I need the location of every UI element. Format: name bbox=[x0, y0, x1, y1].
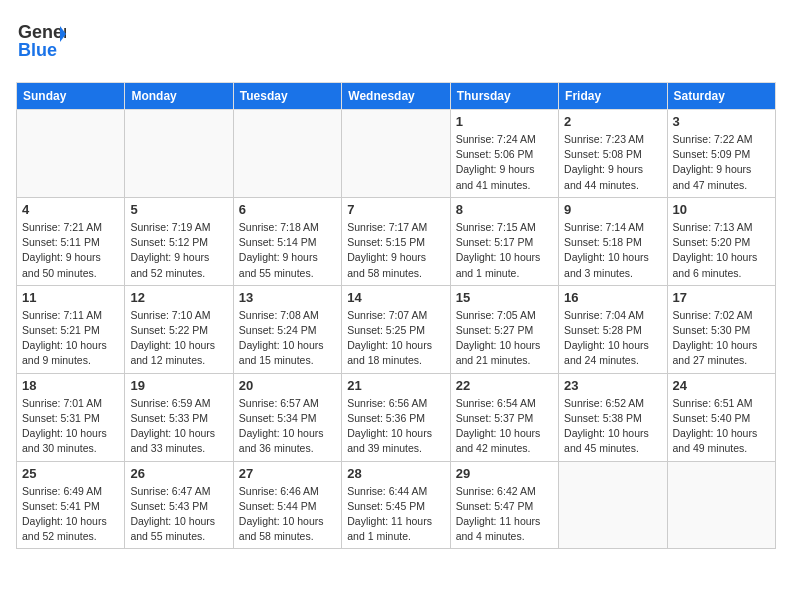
day-info: Sunrise: 7:23 AMSunset: 5:08 PMDaylight:… bbox=[564, 132, 661, 193]
calendar-cell: 6Sunrise: 7:18 AMSunset: 5:14 PMDaylight… bbox=[233, 197, 341, 285]
calendar-week-row: 1Sunrise: 7:24 AMSunset: 5:06 PMDaylight… bbox=[17, 110, 776, 198]
day-number: 26 bbox=[130, 466, 227, 481]
weekday-header-sunday: Sunday bbox=[17, 83, 125, 110]
calendar-cell: 13Sunrise: 7:08 AMSunset: 5:24 PMDayligh… bbox=[233, 285, 341, 373]
calendar-cell: 21Sunrise: 6:56 AMSunset: 5:36 PMDayligh… bbox=[342, 373, 450, 461]
day-info: Sunrise: 7:18 AMSunset: 5:14 PMDaylight:… bbox=[239, 220, 336, 281]
calendar-cell: 16Sunrise: 7:04 AMSunset: 5:28 PMDayligh… bbox=[559, 285, 667, 373]
day-number: 17 bbox=[673, 290, 770, 305]
calendar-cell: 22Sunrise: 6:54 AMSunset: 5:37 PMDayligh… bbox=[450, 373, 558, 461]
day-info: Sunrise: 7:07 AMSunset: 5:25 PMDaylight:… bbox=[347, 308, 444, 369]
day-number: 20 bbox=[239, 378, 336, 393]
day-info: Sunrise: 7:10 AMSunset: 5:22 PMDaylight:… bbox=[130, 308, 227, 369]
calendar-week-row: 18Sunrise: 7:01 AMSunset: 5:31 PMDayligh… bbox=[17, 373, 776, 461]
weekday-header-wednesday: Wednesday bbox=[342, 83, 450, 110]
day-number: 25 bbox=[22, 466, 119, 481]
day-info: Sunrise: 7:24 AMSunset: 5:06 PMDaylight:… bbox=[456, 132, 553, 193]
calendar-cell: 17Sunrise: 7:02 AMSunset: 5:30 PMDayligh… bbox=[667, 285, 775, 373]
calendar-cell: 11Sunrise: 7:11 AMSunset: 5:21 PMDayligh… bbox=[17, 285, 125, 373]
calendar-cell bbox=[125, 110, 233, 198]
logo-icon: General Blue bbox=[16, 16, 66, 66]
calendar-cell bbox=[17, 110, 125, 198]
day-number: 1 bbox=[456, 114, 553, 129]
svg-text:General: General bbox=[18, 22, 66, 42]
day-info: Sunrise: 7:21 AMSunset: 5:11 PMDaylight:… bbox=[22, 220, 119, 281]
day-number: 6 bbox=[239, 202, 336, 217]
day-number: 12 bbox=[130, 290, 227, 305]
calendar-cell: 2Sunrise: 7:23 AMSunset: 5:08 PMDaylight… bbox=[559, 110, 667, 198]
day-number: 9 bbox=[564, 202, 661, 217]
day-number: 10 bbox=[673, 202, 770, 217]
calendar-cell: 8Sunrise: 7:15 AMSunset: 5:17 PMDaylight… bbox=[450, 197, 558, 285]
calendar-cell: 18Sunrise: 7:01 AMSunset: 5:31 PMDayligh… bbox=[17, 373, 125, 461]
day-number: 5 bbox=[130, 202, 227, 217]
day-number: 2 bbox=[564, 114, 661, 129]
day-number: 24 bbox=[673, 378, 770, 393]
day-number: 19 bbox=[130, 378, 227, 393]
calendar-cell: 1Sunrise: 7:24 AMSunset: 5:06 PMDaylight… bbox=[450, 110, 558, 198]
calendar-cell: 25Sunrise: 6:49 AMSunset: 5:41 PMDayligh… bbox=[17, 461, 125, 549]
day-number: 14 bbox=[347, 290, 444, 305]
day-info: Sunrise: 7:17 AMSunset: 5:15 PMDaylight:… bbox=[347, 220, 444, 281]
calendar-week-row: 11Sunrise: 7:11 AMSunset: 5:21 PMDayligh… bbox=[17, 285, 776, 373]
day-info: Sunrise: 7:11 AMSunset: 5:21 PMDaylight:… bbox=[22, 308, 119, 369]
page-header: General Blue bbox=[16, 16, 776, 70]
calendar-table: SundayMondayTuesdayWednesdayThursdayFrid… bbox=[16, 82, 776, 549]
calendar-cell: 5Sunrise: 7:19 AMSunset: 5:12 PMDaylight… bbox=[125, 197, 233, 285]
day-info: Sunrise: 7:02 AMSunset: 5:30 PMDaylight:… bbox=[673, 308, 770, 369]
day-info: Sunrise: 7:13 AMSunset: 5:20 PMDaylight:… bbox=[673, 220, 770, 281]
calendar-cell bbox=[233, 110, 341, 198]
weekday-header-saturday: Saturday bbox=[667, 83, 775, 110]
day-number: 8 bbox=[456, 202, 553, 217]
day-info: Sunrise: 7:14 AMSunset: 5:18 PMDaylight:… bbox=[564, 220, 661, 281]
weekday-header-tuesday: Tuesday bbox=[233, 83, 341, 110]
day-info: Sunrise: 7:04 AMSunset: 5:28 PMDaylight:… bbox=[564, 308, 661, 369]
day-number: 21 bbox=[347, 378, 444, 393]
day-number: 3 bbox=[673, 114, 770, 129]
calendar-cell: 29Sunrise: 6:42 AMSunset: 5:47 PMDayligh… bbox=[450, 461, 558, 549]
day-number: 23 bbox=[564, 378, 661, 393]
day-info: Sunrise: 6:44 AMSunset: 5:45 PMDaylight:… bbox=[347, 484, 444, 545]
day-number: 28 bbox=[347, 466, 444, 481]
svg-text:Blue: Blue bbox=[18, 40, 57, 60]
day-number: 29 bbox=[456, 466, 553, 481]
calendar-cell bbox=[342, 110, 450, 198]
day-number: 15 bbox=[456, 290, 553, 305]
calendar-cell: 7Sunrise: 7:17 AMSunset: 5:15 PMDaylight… bbox=[342, 197, 450, 285]
calendar-cell: 12Sunrise: 7:10 AMSunset: 5:22 PMDayligh… bbox=[125, 285, 233, 373]
calendar-cell: 19Sunrise: 6:59 AMSunset: 5:33 PMDayligh… bbox=[125, 373, 233, 461]
weekday-header-monday: Monday bbox=[125, 83, 233, 110]
day-number: 27 bbox=[239, 466, 336, 481]
day-number: 11 bbox=[22, 290, 119, 305]
day-number: 22 bbox=[456, 378, 553, 393]
weekday-header-thursday: Thursday bbox=[450, 83, 558, 110]
day-info: Sunrise: 6:56 AMSunset: 5:36 PMDaylight:… bbox=[347, 396, 444, 457]
calendar-cell: 4Sunrise: 7:21 AMSunset: 5:11 PMDaylight… bbox=[17, 197, 125, 285]
calendar-cell: 24Sunrise: 6:51 AMSunset: 5:40 PMDayligh… bbox=[667, 373, 775, 461]
calendar-cell: 14Sunrise: 7:07 AMSunset: 5:25 PMDayligh… bbox=[342, 285, 450, 373]
day-info: Sunrise: 6:46 AMSunset: 5:44 PMDaylight:… bbox=[239, 484, 336, 545]
calendar-cell: 15Sunrise: 7:05 AMSunset: 5:27 PMDayligh… bbox=[450, 285, 558, 373]
day-number: 18 bbox=[22, 378, 119, 393]
calendar-week-row: 4Sunrise: 7:21 AMSunset: 5:11 PMDaylight… bbox=[17, 197, 776, 285]
day-info: Sunrise: 7:01 AMSunset: 5:31 PMDaylight:… bbox=[22, 396, 119, 457]
calendar-cell: 3Sunrise: 7:22 AMSunset: 5:09 PMDaylight… bbox=[667, 110, 775, 198]
day-number: 16 bbox=[564, 290, 661, 305]
calendar-cell: 20Sunrise: 6:57 AMSunset: 5:34 PMDayligh… bbox=[233, 373, 341, 461]
calendar-cell: 26Sunrise: 6:47 AMSunset: 5:43 PMDayligh… bbox=[125, 461, 233, 549]
day-number: 13 bbox=[239, 290, 336, 305]
logo: General Blue bbox=[16, 16, 66, 70]
day-number: 7 bbox=[347, 202, 444, 217]
day-info: Sunrise: 6:49 AMSunset: 5:41 PMDaylight:… bbox=[22, 484, 119, 545]
day-info: Sunrise: 6:52 AMSunset: 5:38 PMDaylight:… bbox=[564, 396, 661, 457]
day-info: Sunrise: 7:15 AMSunset: 5:17 PMDaylight:… bbox=[456, 220, 553, 281]
day-info: Sunrise: 7:22 AMSunset: 5:09 PMDaylight:… bbox=[673, 132, 770, 193]
weekday-header-friday: Friday bbox=[559, 83, 667, 110]
day-info: Sunrise: 6:42 AMSunset: 5:47 PMDaylight:… bbox=[456, 484, 553, 545]
calendar-week-row: 25Sunrise: 6:49 AMSunset: 5:41 PMDayligh… bbox=[17, 461, 776, 549]
calendar-cell: 28Sunrise: 6:44 AMSunset: 5:45 PMDayligh… bbox=[342, 461, 450, 549]
calendar-cell: 27Sunrise: 6:46 AMSunset: 5:44 PMDayligh… bbox=[233, 461, 341, 549]
weekday-header-row: SundayMondayTuesdayWednesdayThursdayFrid… bbox=[17, 83, 776, 110]
day-info: Sunrise: 6:51 AMSunset: 5:40 PMDaylight:… bbox=[673, 396, 770, 457]
day-info: Sunrise: 6:47 AMSunset: 5:43 PMDaylight:… bbox=[130, 484, 227, 545]
